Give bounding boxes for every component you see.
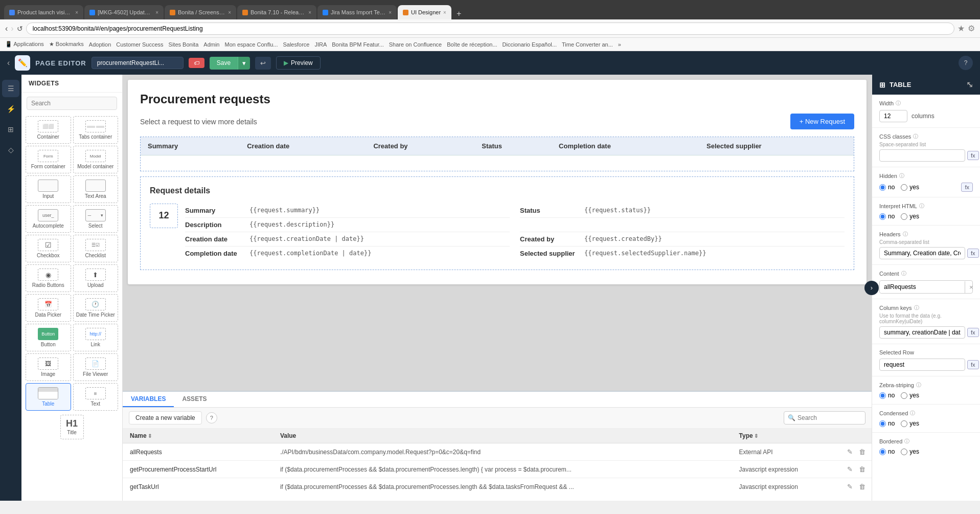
- bookmark-espace[interactable]: Mon espace Conflu...: [224, 41, 278, 48]
- tab-3[interactable]: Bonita / Screenshots ×: [165, 5, 236, 19]
- refresh-btn[interactable]: ↺: [17, 25, 23, 33]
- widget-form-container[interactable]: Form Form container: [26, 146, 71, 173]
- widget-tabs-container[interactable]: Tabs container: [73, 116, 119, 144]
- bookmark-inbox[interactable]: Boîte de réception...: [447, 41, 497, 48]
- hidden-no-radio[interactable]: no: [879, 184, 895, 191]
- selected-row-input[interactable]: [879, 359, 965, 371]
- url-bar[interactable]: [26, 23, 954, 35]
- forward-btn[interactable]: ›: [11, 24, 13, 33]
- help-btn[interactable]: ?: [959, 56, 973, 70]
- bookmark-admin[interactable]: Admin: [203, 41, 219, 48]
- content-input[interactable]: [880, 281, 965, 293]
- bordered-info-icon[interactable]: ⓘ: [904, 438, 909, 445]
- bookmark-confluence[interactable]: Share on Confluence: [389, 41, 442, 48]
- hidden-yes-radio[interactable]: yes: [901, 184, 919, 191]
- bookmark-bonita-bpm[interactable]: Bonita BPM Featur...: [332, 41, 384, 48]
- widget-select[interactable]: ─▾ Select: [73, 205, 119, 233]
- back-to-home-btn[interactable]: ‹: [7, 58, 10, 68]
- var-edit-2[interactable]: ✎: [845, 482, 855, 491]
- hidden-info-icon[interactable]: ⓘ: [899, 172, 904, 180]
- css-classes-input[interactable]: [879, 149, 965, 162]
- new-tab-btn[interactable]: +: [452, 9, 465, 18]
- content-clear-btn[interactable]: ×: [965, 281, 977, 293]
- bookmark-more[interactable]: »: [618, 41, 621, 48]
- headers-fx-btn[interactable]: fx: [967, 249, 979, 258]
- zebra-no-radio[interactable]: no: [879, 392, 895, 399]
- var-edit-1[interactable]: ✎: [845, 464, 855, 474]
- css-info-icon[interactable]: ⓘ: [913, 133, 918, 140]
- bookmark-time[interactable]: Time Converter an...: [562, 41, 613, 48]
- tab-4[interactable]: Bonita 7.10 - Release notes ×: [237, 5, 316, 19]
- headers-input[interactable]: [879, 247, 965, 259]
- interpret-yes-radio[interactable]: yes: [901, 213, 919, 220]
- content-info-icon[interactable]: ⓘ: [901, 270, 906, 277]
- widgets-search-input[interactable]: [27, 97, 117, 110]
- var-edit-0[interactable]: ✎: [845, 447, 855, 457]
- hidden-fx-btn[interactable]: fx: [961, 183, 973, 192]
- bordered-no-radio[interactable]: no: [879, 448, 895, 455]
- back-btn[interactable]: ‹: [5, 24, 8, 33]
- widget-model-container[interactable]: Model Model container: [73, 146, 119, 173]
- undo-btn[interactable]: ↩: [255, 57, 271, 70]
- bookmark-apps[interactable]: 📱 Applications: [5, 41, 44, 48]
- sidebar-btn-2[interactable]: ⚡: [2, 100, 19, 118]
- widget-upload[interactable]: ⬆ Upload: [73, 264, 119, 292]
- widget-container[interactable]: ⬜⬜ Container: [26, 116, 71, 144]
- tag-btn[interactable]: 🏷: [189, 58, 204, 68]
- tab-1[interactable]: Product launch visibility - Goog... ×: [4, 5, 83, 19]
- widget-link[interactable]: http:// Link: [73, 324, 119, 351]
- preview-btn[interactable]: ▶ Preview: [276, 56, 321, 70]
- tab-6-active[interactable]: UI Designer ×: [398, 5, 451, 19]
- widget-date-picker[interactable]: 📅 Data Picker: [26, 294, 71, 322]
- selected-row-fx-btn[interactable]: fx: [967, 360, 979, 369]
- widget-image[interactable]: 🖼 Image: [26, 353, 71, 381]
- bookmark-salesforce[interactable]: Salesforce: [283, 41, 309, 48]
- interpret-no-radio[interactable]: no: [879, 213, 895, 220]
- bordered-yes-radio[interactable]: yes: [901, 448, 919, 455]
- widget-title[interactable]: H1 Title: [60, 415, 84, 439]
- variable-search-input[interactable]: [784, 411, 865, 424]
- widget-radio-buttons[interactable]: ◉ Radio Buttons: [26, 264, 71, 292]
- interpret-info-icon[interactable]: ⓘ: [919, 203, 924, 210]
- widget-table[interactable]: Table: [26, 383, 71, 411]
- widget-datetime-picker[interactable]: 🕐 Date Time Picker: [73, 294, 119, 322]
- bookmark-jira[interactable]: JIRA: [314, 41, 327, 48]
- bookmark-dict[interactable]: Diccionario Español...: [503, 41, 557, 48]
- css-fx-btn[interactable]: fx: [967, 151, 979, 160]
- width-input[interactable]: [879, 110, 907, 122]
- widget-autocomplete[interactable]: user_ Autocomplete: [26, 205, 71, 233]
- tab-2[interactable]: [MKG-4502] Update Sourcefor... ×: [84, 5, 164, 19]
- headers-info-icon[interactable]: ⓘ: [903, 231, 908, 238]
- save-dropdown-btn[interactable]: ▾: [238, 57, 250, 70]
- widget-checklist[interactable]: ☰☑ Checklist: [73, 235, 119, 262]
- col-name[interactable]: Name⇕: [123, 429, 273, 443]
- widget-checkbox[interactable]: ☑ Checkbox: [26, 235, 71, 262]
- widget-textarea[interactable]: Text Area: [73, 175, 119, 203]
- bookmark-customer-success[interactable]: Customer Success: [116, 41, 163, 48]
- colkeys-info-icon[interactable]: ⓘ: [914, 304, 919, 311]
- sidebar-btn-1[interactable]: ☰: [2, 80, 19, 97]
- widget-button[interactable]: Button Button: [26, 324, 71, 351]
- sidebar-btn-4[interactable]: ◇: [2, 141, 19, 159]
- sidebar-btn-3[interactable]: ⊞: [2, 121, 19, 138]
- var-delete-1[interactable]: 🗑: [857, 464, 868, 474]
- tab-5[interactable]: Jira Mass Import Template - Go... ×: [317, 5, 397, 19]
- create-variable-btn[interactable]: Create a new variable: [129, 411, 202, 424]
- bookmark-adoption[interactable]: Adoption: [89, 41, 111, 48]
- save-btn[interactable]: Save: [210, 57, 238, 70]
- zebra-yes-radio[interactable]: yes: [901, 392, 919, 399]
- bookmark-bookmarks[interactable]: ★ Bookmarks: [49, 41, 84, 48]
- widget-input[interactable]: Input: [26, 175, 71, 203]
- page-name-input[interactable]: [92, 57, 184, 69]
- width-info-icon[interactable]: ⓘ: [896, 100, 901, 107]
- tab-variables[interactable]: VARIABLES: [123, 392, 174, 407]
- zebra-info-icon[interactable]: ⓘ: [916, 382, 921, 389]
- new-request-btn[interactable]: + New Request: [790, 114, 854, 129]
- variable-help-btn[interactable]: ?: [206, 412, 217, 423]
- widget-text[interactable]: ≡ Text: [73, 383, 119, 411]
- var-delete-2[interactable]: 🗑: [857, 482, 868, 491]
- condensed-yes-radio[interactable]: yes: [901, 420, 919, 427]
- var-delete-0[interactable]: 🗑: [857, 447, 868, 457]
- tab-assets[interactable]: ASSETS: [174, 392, 215, 407]
- condensed-no-radio[interactable]: no: [879, 420, 895, 427]
